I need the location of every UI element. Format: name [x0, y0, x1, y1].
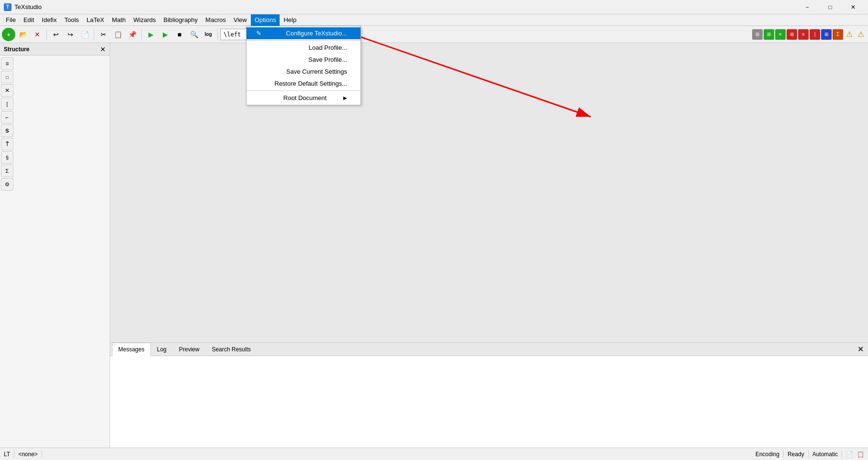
- sidebar-header: Structure ✕: [0, 43, 110, 56]
- title-bar: T TeXstudio − □ ✕: [0, 0, 868, 14]
- status-icon-1: 📄: [846, 451, 853, 458]
- menu-view[interactable]: View: [230, 14, 251, 26]
- sidebar: Structure ✕ ≡ □ ✕ [ ⌐ S T̄ § Σ ⚙: [0, 43, 110, 448]
- sidebar-tool-section[interactable]: §: [1, 151, 13, 164]
- menu-wizards[interactable]: Wizards: [130, 14, 160, 26]
- status-sep-3: [783, 450, 784, 458]
- menu-edit[interactable]: Edit: [20, 14, 38, 26]
- menu-load-profile[interactable]: Load Profile...: [247, 42, 361, 54]
- status-sep-1: [14, 450, 14, 458]
- app-icon: T: [4, 3, 11, 11]
- menu-file[interactable]: File: [2, 14, 20, 26]
- menu-macros[interactable]: Macros: [202, 14, 230, 26]
- menu-latex[interactable]: LaTeX: [83, 14, 108, 26]
- compile-button[interactable]: ▶: [144, 28, 158, 41]
- status-icon-2: 📋: [857, 451, 864, 458]
- lt-label: LT: [4, 451, 10, 458]
- sidebar-tool-5[interactable]: ⌐: [1, 111, 13, 123]
- sidebar-tool-list[interactable]: ≡: [1, 57, 13, 70]
- editor-content[interactable]: [110, 43, 868, 342]
- warning-icon-2[interactable]: ⚠: [856, 29, 866, 40]
- table-icon-8[interactable]: Σ: [833, 29, 843, 40]
- menu-sep-1: [247, 40, 361, 41]
- table-icon-4[interactable]: ⊞: [787, 29, 797, 40]
- table-icon-3[interactable]: ≡: [775, 29, 786, 40]
- app-title: TeXstudio: [14, 3, 42, 11]
- sidebar-close-button[interactable]: ✕: [100, 45, 106, 53]
- search-button[interactable]: 🔍: [187, 28, 201, 41]
- sidebar-tool-s[interactable]: S: [1, 124, 13, 137]
- sidebar-tool-2[interactable]: □: [1, 71, 13, 83]
- toolbar-icons-right: ⊞ ⊞ ≡ ⊞ ≡ | ⊞ Σ ⚠ ⚠: [752, 29, 866, 40]
- status-sep-2: [42, 450, 42, 458]
- restore-default-label: Restore Default Settings...: [274, 80, 347, 87]
- root-document-label: Root Document: [283, 94, 327, 101]
- configure-icon: ✎: [256, 30, 261, 37]
- open-file-button[interactable]: 📂: [16, 28, 30, 41]
- menu-root-document[interactable]: Root Document ▶: [247, 92, 361, 104]
- run-button[interactable]: ▶: [158, 28, 172, 41]
- redo-button[interactable]: ↪: [64, 28, 77, 41]
- bottom-panel-close-button[interactable]: ✕: [855, 344, 866, 355]
- sidebar-tool-t[interactable]: T̄: [1, 138, 13, 150]
- window-controls: − □ ✕: [796, 0, 864, 14]
- menu-bar: File Edit Idefix Tools LaTeX Math Wizard…: [0, 14, 868, 26]
- menu-sep-2: [247, 90, 361, 91]
- table-icon-2[interactable]: ⊞: [764, 29, 774, 40]
- toolbar-sep-3: [141, 29, 142, 40]
- menu-help[interactable]: Help: [280, 14, 300, 26]
- menu-bibliography[interactable]: Bibliography: [160, 14, 202, 26]
- status-right: Encoding Ready Automatic 📄 📋: [755, 450, 864, 458]
- none-label: <none>: [18, 451, 38, 458]
- sidebar-tool-bracket[interactable]: [: [1, 98, 13, 110]
- toolbar-sep-4: [217, 29, 218, 40]
- tab-messages[interactable]: Messages: [112, 343, 151, 356]
- main-area: Structure ✕ ≡ □ ✕ [ ⌐ S T̄ § Σ ⚙ Message…: [0, 43, 868, 448]
- status-lt: LT: [4, 451, 10, 458]
- toolbar-sep-2: [94, 29, 94, 40]
- close-file-button[interactable]: ✕: [31, 28, 44, 41]
- table-icon-1[interactable]: ⊞: [752, 29, 763, 40]
- bottom-panel: Messages Log Preview Search Results ✕: [110, 342, 868, 448]
- new-doc-button[interactable]: 📄: [78, 28, 91, 41]
- menu-math[interactable]: Math: [108, 14, 130, 26]
- menu-save-profile[interactable]: Save Profile...: [247, 54, 361, 66]
- table-icon-7[interactable]: ⊞: [821, 29, 832, 40]
- maximize-button[interactable]: □: [819, 0, 841, 14]
- log-button[interactable]: log: [202, 28, 215, 41]
- copy-button[interactable]: 📋: [111, 28, 124, 41]
- menu-save-current-settings[interactable]: Save Current Settings: [247, 66, 361, 78]
- cut-button[interactable]: ✂: [97, 28, 110, 41]
- title-bar-left: T TeXstudio: [4, 3, 42, 11]
- new-file-button[interactable]: +: [2, 28, 15, 41]
- status-sep-4: [808, 450, 809, 458]
- bottom-tabs: Messages Log Preview Search Results ✕: [110, 343, 868, 356]
- tab-search-results[interactable]: Search Results: [205, 343, 257, 356]
- tab-preview[interactable]: Preview: [173, 343, 206, 356]
- sidebar-tools: ≡ □ ✕ [ ⌐ S T̄ § Σ ⚙: [0, 56, 110, 192]
- status-none: <none>: [18, 451, 38, 458]
- paste-button[interactable]: 📌: [125, 28, 139, 41]
- menu-restore-default-settings[interactable]: Restore Default Settings...: [247, 78, 361, 90]
- sidebar-tool-special[interactable]: ⚙: [1, 178, 13, 191]
- options-dropdown-menu: ✎ Configure TeXstudio... Load Profile...…: [246, 26, 361, 105]
- menu-idefix[interactable]: Idefix: [38, 14, 60, 26]
- warning-icon-1[interactable]: ⚠: [844, 29, 855, 40]
- tab-log[interactable]: Log: [151, 343, 173, 356]
- menu-tools[interactable]: Tools: [60, 14, 82, 26]
- save-current-label: Save Current Settings: [286, 68, 347, 75]
- minimize-button[interactable]: −: [796, 0, 818, 14]
- sidebar-tool-3[interactable]: ✕: [1, 84, 13, 97]
- menu-options[interactable]: Options: [251, 14, 280, 26]
- encoding-label: Encoding: [755, 451, 779, 458]
- status-bar: LT <none> Encoding Ready Automatic 📄 📋: [0, 448, 868, 460]
- menu-configure-texstudio[interactable]: ✎ Configure TeXstudio...: [247, 27, 361, 39]
- undo-button[interactable]: ↩: [49, 28, 63, 41]
- table-icon-6[interactable]: |: [810, 29, 820, 40]
- sidebar-tool-sigma[interactable]: Σ: [1, 165, 13, 177]
- stop-button[interactable]: ■: [173, 28, 186, 41]
- automatic-label: Automatic: [812, 451, 838, 458]
- close-button[interactable]: ✕: [842, 0, 864, 14]
- table-icon-5[interactable]: ≡: [798, 29, 809, 40]
- load-profile-label: Load Profile...: [309, 44, 347, 51]
